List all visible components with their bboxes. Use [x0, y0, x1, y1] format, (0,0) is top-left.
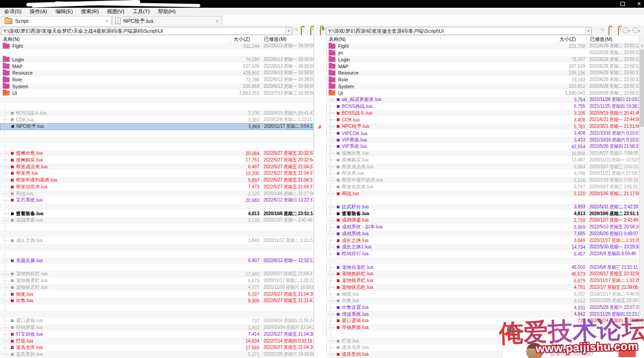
file-row[interactable]: CDK.lua3,3832020/12/8 星期二 1:13:11: [0, 116, 313, 123]
menu-item-0[interactable]: 会话(S): [0, 8, 25, 15]
file-row[interactable]: 成就系统.lua7,6852022/6/26 星期日 0:49:07: [326, 231, 639, 237]
forward-dropdown-icon[interactable]: ▾: [639, 29, 640, 32]
file-row[interactable]: 宠物炼妖栏.lua17,0802022/5/27 星期五 21:04:37: [0, 271, 313, 277]
file-row[interactable]: BOSS战斗.lua3,1062020/9/19 星期六 20:41:42: [0, 110, 313, 116]
file-row[interactable]: Role72,7862022/6/13 星期一 16:39:59: [0, 76, 313, 83]
file-row[interactable]: BOSS挑战.lua6,7552021/11/25 星期四 19:38:39: [326, 103, 639, 110]
file-row[interactable]: ab_精灵界面类.lua3,7542021/11/28 星期日 21:03:32: [326, 96, 639, 103]
tab-script[interactable]: Script ×: [1, 16, 112, 25]
file-row[interactable]: 抽奖.lua5,3372022/5/27 星期五 21:04:38: [0, 291, 313, 297]
column-header-modified[interactable]: 已修改(M): [261, 36, 313, 43]
file-row[interactable]: 宠物炼妖栏.lua45,5732022/6/17 星期五 22:32:55: [326, 271, 639, 277]
file-row[interactable]: MAP107,5392022/6/28 星期二 23:50:12: [326, 63, 639, 70]
file-row[interactable]: Fight321,7582022/6/28 星期二 23:50:12: [326, 43, 639, 50]
right-parent-folder-icon[interactable]: ↑: [618, 27, 619, 35]
not-equal-diff-icon[interactable]: ≠: [316, 124, 324, 130]
left-path-combobox[interactable]: Y:\游戏\梦幻西游\笑傲天命梦呓\天命之战4最新源码\客户端源码\Script…: [1, 27, 292, 35]
file-row[interactable]: UI1,580,0422022/6/28 星期二 23:50:12: [326, 90, 639, 96]
file-row[interactable]: Login74,5902022/6/13 星期一 16:39:59: [0, 56, 313, 63]
chevron-down-icon[interactable]: ∨: [585, 27, 591, 35]
file-row[interactable]: 帮派成员类.lua6,0642020/10/7 星期三 3:51:01: [326, 163, 639, 170]
file-row[interactable]: 成就系统 - 副本.lua5,9692022/5/13 星期五 20:58:16: [326, 224, 639, 231]
column-header-name[interactable]: 名称(N) ^: [0, 36, 231, 43]
file-row[interactable]: 帮战.lua2,1202020/10/6 星期二 21:17:56: [0, 190, 313, 197]
left-parent-folder-icon[interactable]: ↑: [310, 27, 311, 35]
file-row[interactable]: NPC给予.lua5,8692020/11/17 星期二 0:54:13: [0, 123, 313, 130]
file-row[interactable]: Fight311,2442022/6/13 星期一 16:39:59: [0, 43, 313, 50]
file-row[interactable]: Login79,3572022/6/28 星期二 23:50:12: [326, 56, 639, 63]
file-row[interactable]: 成长之路1.lua14,7342022/5/30 星期一 23:29:39: [326, 244, 639, 251]
file-row[interactable]: BOSS战斗.lua3,1062020/9/19 星期六 20:41:45: [326, 110, 639, 116]
file-row[interactable]: 道具竞拍.lua5,3712020/12/5 星期六 19:18:58: [0, 351, 313, 358]
file-row[interactable]: 帮派信息类.lua7,4732022/5/27 星期五 21:04:37: [0, 183, 313, 190]
file-row[interactable]: 比武积分.lua3,8932022/5/31 星期二 2:42:28: [326, 204, 639, 211]
file-row[interactable]: 摆摊出售.lua20,0842022/5/27 星期五 20:32:53: [0, 150, 313, 157]
file-row[interactable]: 查看装备.lua4,8132020/10/6 星期二 23:51:16: [326, 210, 639, 217]
file-row[interactable]: NPC给予.lua5,7812022/3/21 星期一 21:51:56: [326, 123, 639, 130]
column-header-name[interactable]: 名称(N) ^: [326, 36, 557, 43]
file-row[interactable]: 出售.lua9,3052022/5/27 星期五 21:11:47: [0, 297, 313, 304]
title-bar[interactable]: ✕: [0, 0, 644, 8]
file-row[interactable]: VIP界面.lua3,4232021/10/16 星期六 0:10:01: [326, 136, 639, 143]
right-path-combobox[interactable]: Y:\游戏\梦幻西游\铅笔笑傲全套源码\客户端\Script\UI ∨: [326, 27, 592, 35]
file-row[interactable]: 宠物领养栏.lua6,6792020/11/17 星期二 1:33:22: [0, 277, 313, 284]
file-row[interactable]: 打宝回收.lua7,4142022/5/27 星期五 21:04:38: [0, 331, 313, 338]
file-row[interactable]: 帮派类.lua9,7982020/11/21 星期六 21:53:16: [326, 170, 639, 177]
file-row[interactable]: 成就弹窗.lua2,7202020/12/7 星期一 2:42:49: [326, 217, 639, 224]
file-row[interactable]: 宠物领养栏.lua6,6792020/11/17 星期二 1:33:25: [326, 277, 639, 284]
menu-item-3[interactable]: 搜索(R): [77, 8, 103, 15]
file-row[interactable]: 帮战.lua2,1202020/10/6 星期二 21:17:59: [326, 190, 639, 197]
left-root-folder-icon[interactable]: ⇈: [320, 27, 321, 35]
forward-icon[interactable]: →: [633, 27, 639, 33]
tab-close-icon[interactable]: ×: [216, 19, 218, 24]
file-row[interactable]: 窗口逻辑.lua7372020/9/24 星期四 21:55:24: [0, 318, 313, 324]
file-row[interactable]: 帮派申请列表类.lua6,2162022/1/16 星期日 0:05:16: [326, 177, 639, 184]
file-row[interactable]: 道具仓库.lua17,5602022/5/27 星期五 21:04:39: [0, 344, 313, 351]
left-browse-folder-icon[interactable]: [301, 27, 302, 35]
file-row[interactable]: System320,6692022/6/13 星期一 16:39:59: [0, 83, 313, 90]
file-row[interactable]: 帮派信息类.lua6,7472020/10/7 星期三 3:51:01: [326, 183, 639, 190]
file-row[interactable]: 成就弹窗.lua2,7202020/12/7 星期一 2:42:46: [0, 217, 313, 224]
file-row[interactable]: Resource236,1362022/6/28 星期二 23:50:12: [326, 70, 639, 76]
menu-item-2[interactable]: 编辑(E): [51, 8, 77, 15]
window-restore-icon[interactable]: [620, 2, 625, 6]
column-header-size[interactable]: 大小(Z): [231, 36, 261, 43]
tab-close-icon[interactable]: ×: [105, 19, 108, 24]
file-row[interactable]: 打造.lua14,6342022/7/14 星期四 0:33:16: [0, 338, 313, 344]
file-row[interactable]: 充值兑换.lua6,9072022/6/13 星期一 12:32:13: [0, 257, 313, 264]
file-row[interactable]: UI1,863,2512022/7/13 星期三 19:39:55: [0, 90, 313, 96]
menu-item-4[interactable]: 视图(V): [103, 8, 128, 15]
file-row[interactable]: 宝石系统.lua20,6832022/6/12 星期日 13:22:37: [0, 197, 313, 204]
file-row[interactable]: 出售设置.lua4,3312022/5/28 星期六 22:07:19: [326, 304, 639, 311]
file-row[interactable]: 存钱界面.lua3,9022020/10/24 星期六 23:24:22: [0, 324, 313, 331]
left-swap-icon[interactable]: ↷: [292, 27, 299, 33]
menu-item-5[interactable]: 工具(T): [128, 8, 154, 15]
vertical-scrollbar[interactable]: ˄: [639, 36, 644, 358]
file-row[interactable]: 出售.lua9,0122020/12/25 星期五 23:39:30: [326, 297, 639, 304]
menu-item-1[interactable]: 操作(A): [25, 8, 51, 15]
file-row[interactable]: 摆摊购买.lua13,4872020/11/23 星期一 22:52:58: [326, 156, 639, 163]
scrollbar-thumb[interactable]: [640, 50, 644, 127]
chevron-down-icon[interactable]: ∨: [285, 27, 292, 35]
file-row[interactable]: 成长之路.lua3,8492020/11/17 星期二 1:33:22: [0, 237, 313, 244]
file-row[interactable]: VIPCDK.lua3,4082021/10/16 星期六 0:10:01: [326, 130, 639, 137]
file-row[interactable]: Resource429,9922022/6/13 星期一 16:39:59: [0, 70, 313, 76]
tab-npc-lua[interactable]: NPC给予.lua ×: [112, 16, 222, 25]
scroll-up-icon[interactable]: ˄: [639, 43, 644, 49]
file-row[interactable]: 吃鸡排行.lua6,4572022/6/9 星期四 8:59:48: [326, 251, 639, 257]
file-row[interactable]: 帮派申请列表类.lua5,8972022/5/27 星期五 21:04:37: [0, 177, 313, 184]
file-row[interactable]: System333,8122022/6/28 星期二 23:50:12: [326, 83, 639, 90]
file-row[interactable]: 查看装备.lua4,8132020/10/6 星期二 23:51:14: [0, 210, 313, 217]
file-row[interactable]: 抽奖.lua5,3372019/12/17 星期二 4:46:09: [326, 291, 639, 297]
file-row[interactable]: CDK.lua3,4082021/6/21 星期一 22:44:00: [326, 116, 639, 123]
file-row[interactable]: 摆摊购买.lua17,7512022/5/27 星期五 20:32:54: [0, 156, 313, 163]
right-swap-icon[interactable]: ↷: [598, 27, 605, 33]
file-row[interactable]: jm2022/6/28 星期二 23:50:12: [326, 50, 639, 56]
file-row[interactable]: 摆摊出售.lua16,8582021/6/27 星期日 7:04:05: [326, 150, 639, 157]
file-row[interactable]: 帮派成员类.lua6,4972022/5/27 星期五 21:04:37: [0, 163, 313, 170]
file-row[interactable]: 成长之路.lua3,8492020/11/17 星期二 1:33:25: [326, 237, 639, 244]
file-row[interactable]: VIP系统.lua42,5542022/5/26 星期四 21:58:37: [326, 143, 639, 150]
back-dropdown-icon[interactable]: ▾: [629, 29, 630, 32]
column-header-size[interactable]: 大小(Z): [557, 36, 587, 43]
file-row[interactable]: Role73,1932022/6/28 星期二 23:50:12: [326, 76, 639, 83]
